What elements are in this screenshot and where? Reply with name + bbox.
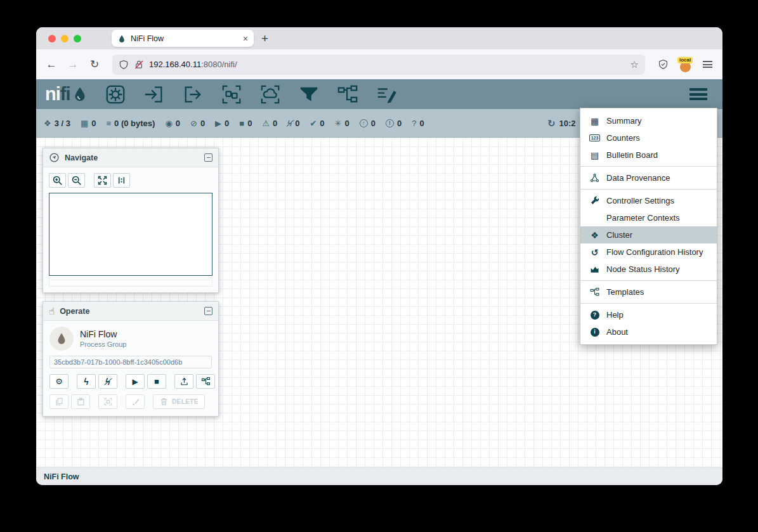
menu-item-cluster[interactable]: ❖ Cluster — [580, 226, 717, 243]
component-toolbar — [105, 84, 397, 105]
menu-item-controller-settings[interactable]: Controller Settings — [580, 192, 717, 209]
start-button[interactable]: ▶ — [126, 374, 145, 389]
insecure-lock-icon[interactable] — [134, 60, 144, 70]
breadcrumb[interactable]: NiFi Flow — [44, 472, 79, 481]
birdseye-minimap[interactable] — [49, 193, 212, 276]
browser-window: NiFi Flow × + ← → ↻ 192.168.40.11:8080/n… — [36, 27, 722, 485]
birdseye-brush[interactable] — [49, 280, 212, 287]
operate-collapse-button[interactable] — [204, 307, 212, 315]
status-stale: ↑ 0 — [360, 119, 376, 128]
group-button[interactable] — [98, 394, 117, 409]
cluster-menu-icon: ❖ — [589, 231, 601, 240]
menu-item-node-status-history[interactable]: Node Status History — [580, 261, 717, 278]
new-tab-button[interactable]: + — [261, 32, 268, 44]
menu-item-templates[interactable]: Templates — [580, 283, 717, 301]
menu-item-help[interactable]: ? Help — [580, 306, 717, 323]
menu-item-parameter-contexts[interactable]: Parameter Contexts — [580, 209, 717, 226]
browser-menu-icon[interactable] — [703, 61, 712, 68]
disable-button[interactable]: ϟ — [98, 374, 117, 389]
refresh-icon[interactable]: ↻ — [547, 119, 556, 128]
stopped-count: 0 — [247, 119, 252, 128]
last-refresh-time: 10:2 — [559, 119, 576, 128]
zoom-actual-size-button[interactable] — [113, 173, 130, 188]
menu-item-summary[interactable]: ▦ Summary — [580, 112, 717, 129]
zoom-window-button[interactable] — [74, 35, 81, 42]
stop-button[interactable]: ■ — [147, 374, 166, 389]
menu-label: Bulletin Board — [606, 150, 658, 160]
component-type: Process Group — [80, 341, 126, 348]
sync-failure-count: 0 — [419, 119, 424, 128]
url-bar[interactable]: 192.168.40.11:8080/nifi/ ☆ — [112, 55, 645, 75]
label-tool[interactable] — [376, 84, 397, 105]
delete-button[interactable]: DELETE — [153, 394, 205, 409]
template-tool[interactable] — [337, 84, 358, 105]
operate-palette-header[interactable]: ☝ Operate — [43, 302, 218, 321]
bulletin-board-icon: ▤ — [589, 151, 601, 160]
zoom-out-button[interactable] — [68, 173, 85, 188]
tab-title: NiFi Flow — [131, 34, 239, 43]
browser-tab[interactable]: NiFi Flow × — [112, 30, 254, 47]
menu-divider — [580, 280, 717, 281]
profile-avatar[interactable]: local — [677, 57, 694, 72]
tab-close-icon[interactable]: × — [243, 34, 248, 43]
address-text[interactable]: 192.168.40.11:8080/nifi/ — [149, 60, 625, 69]
menu-item-bulletin-board[interactable]: ▤ Bulletin Board — [580, 146, 717, 164]
menu-item-flow-configuration-history[interactable]: ↺ Flow Configuration History — [580, 243, 717, 261]
bookmark-star-icon[interactable]: ☆ — [631, 59, 639, 70]
component-id: 35cbd3b7-017b-1000-8bff-1c3405c00d6b — [49, 356, 212, 368]
stale-icon: ↑ — [360, 119, 368, 127]
menu-label: Controller Settings — [606, 196, 674, 205]
global-menu-icon[interactable] — [689, 88, 707, 100]
nifi-app: nifi — [36, 79, 722, 485]
menu-item-about[interactable]: i About — [580, 323, 717, 341]
remote-process-group-tool[interactable] — [259, 84, 281, 105]
copy-button[interactable] — [49, 394, 69, 409]
processor-tool[interactable] — [105, 84, 126, 105]
status-not-transmitting: ⊘ 0 — [190, 119, 205, 128]
lightning-icon: ϟ — [84, 377, 88, 386]
operate-body: NiFi Flow Process Group 35cbd3b7-017b-10… — [43, 321, 218, 416]
protections-shield-icon[interactable] — [119, 60, 129, 70]
refresh-status[interactable]: ↻ 10:2 — [547, 109, 576, 137]
funnel-tool[interactable] — [298, 84, 320, 105]
transmitting-count: 0 — [176, 119, 180, 128]
upload-template-button[interactable] — [174, 374, 193, 389]
play-icon: ▶ — [132, 378, 138, 386]
close-window-button[interactable] — [48, 35, 56, 42]
zoom-fit-button[interactable] — [94, 173, 111, 188]
menu-label: Summary — [606, 116, 642, 126]
menu-item-counters[interactable]: 123 Counters — [580, 129, 717, 146]
create-template-icon — [201, 377, 211, 386]
fill-color-button[interactable] — [126, 394, 145, 409]
tab-favicon-nifi-drop-icon — [117, 34, 126, 43]
enable-button[interactable]: ϟ — [77, 374, 96, 389]
menu-item-data-provenance[interactable]: Data Provenance — [580, 169, 717, 186]
zoom-in-button[interactable] — [49, 173, 66, 188]
active-threads-count: 0 — [91, 119, 96, 128]
menu-divider — [580, 303, 717, 304]
group-icon — [103, 397, 113, 406]
global-menu: ▦ Summary 123 Counters ▤ Bulletin Board … — [580, 108, 717, 345]
counters-icon: 123 — [589, 134, 600, 141]
output-port-tool[interactable] — [182, 84, 204, 105]
create-template-button[interactable] — [196, 374, 215, 389]
url-host: 192.168.40.11 — [149, 60, 201, 69]
forward-button[interactable]: → — [64, 56, 82, 74]
component-name: NiFi Flow — [80, 329, 126, 339]
reload-button[interactable]: ↻ — [86, 56, 103, 74]
window-controls — [36, 35, 90, 42]
lightning-slash-icon: ϟ — [105, 377, 110, 386]
configuration-button[interactable]: ⚙ — [49, 374, 69, 389]
invalid-icon: ⚠ — [262, 119, 270, 127]
navigate-collapse-button[interactable] — [204, 153, 212, 162]
input-port-tool[interactable] — [143, 84, 165, 105]
not-transmitting-icon: ⊘ — [190, 119, 197, 127]
threads-icon: ▦ — [81, 119, 88, 127]
navigate-palette-header[interactable]: Navigate — [43, 148, 218, 167]
back-button[interactable]: ← — [42, 56, 60, 74]
paste-button[interactable] — [71, 394, 90, 409]
paste-icon — [76, 397, 86, 406]
extension-shield-icon[interactable] — [658, 59, 669, 70]
minimize-window-button[interactable] — [61, 35, 69, 42]
process-group-tool[interactable] — [221, 84, 242, 105]
